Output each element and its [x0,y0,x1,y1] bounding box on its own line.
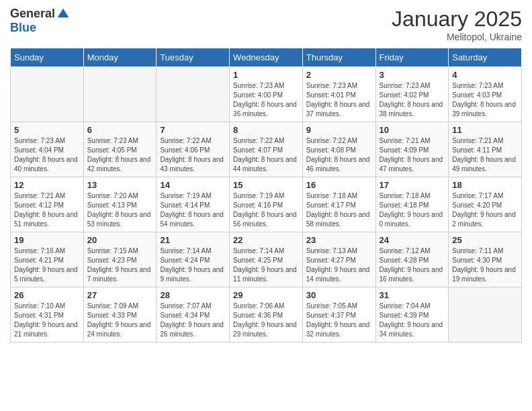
calendar-cell [83,67,157,122]
day-number: 23 [306,235,372,245]
month-title: January 2025 [392,7,522,32]
day-number: 8 [233,125,299,135]
day-number: 20 [87,235,153,245]
day-number: 24 [380,235,445,245]
day-info: Sunrise: 7:15 AM Sunset: 4:23 PM Dayligh… [87,246,153,284]
calendar-cell [449,287,522,342]
svg-marker-0 [58,8,69,17]
day-number: 28 [160,290,226,300]
day-info: Sunrise: 7:18 AM Sunset: 4:18 PM Dayligh… [380,191,445,229]
calendar-cell: 18Sunrise: 7:17 AM Sunset: 4:20 PM Dayli… [449,177,522,232]
day-number: 17 [380,180,445,190]
header-row: SundayMondayTuesdayWednesdayThursdayFrid… [11,48,522,67]
day-info: Sunrise: 7:23 AM Sunset: 4:02 PM Dayligh… [380,81,445,119]
calendar-cell: 20Sunrise: 7:15 AM Sunset: 4:23 PM Dayli… [83,232,157,287]
calendar-cell [157,67,230,122]
day-number: 29 [233,290,299,300]
calendar-cell: 4Sunrise: 7:23 AM Sunset: 4:03 PM Daylig… [449,67,522,122]
day-number: 12 [14,180,80,190]
day-number: 26 [14,290,80,300]
day-info: Sunrise: 7:05 AM Sunset: 4:37 PM Dayligh… [306,302,372,339]
calendar-cell: 14Sunrise: 7:19 AM Sunset: 4:14 PM Dayli… [157,177,230,232]
day-info: Sunrise: 7:19 AM Sunset: 4:14 PM Dayligh… [160,191,226,229]
calendar-cell: 6Sunrise: 7:23 AM Sunset: 4:05 PM Daylig… [83,122,157,177]
day-number: 16 [306,180,372,190]
calendar-cell: 10Sunrise: 7:21 AM Sunset: 4:09 PM Dayli… [375,122,449,177]
day-info: Sunrise: 7:18 AM Sunset: 4:17 PM Dayligh… [306,191,372,229]
day-number: 19 [14,235,80,245]
week-row-4: 19Sunrise: 7:16 AM Sunset: 4:21 PM Dayli… [11,232,522,287]
day-number: 25 [452,235,518,245]
day-info: Sunrise: 7:22 AM Sunset: 4:06 PM Dayligh… [160,136,226,174]
day-info: Sunrise: 7:17 AM Sunset: 4:20 PM Dayligh… [452,191,518,229]
day-info: Sunrise: 7:07 AM Sunset: 4:34 PM Dayligh… [160,302,226,339]
day-number: 10 [380,125,445,135]
day-number: 11 [452,125,518,135]
header-saturday: Saturday [449,48,522,67]
day-info: Sunrise: 7:16 AM Sunset: 4:21 PM Dayligh… [14,246,80,284]
day-number: 4 [452,70,518,80]
day-number: 30 [306,290,372,300]
week-row-1: 1Sunrise: 7:23 AM Sunset: 4:00 PM Daylig… [11,67,522,122]
header-tuesday: Tuesday [157,48,230,67]
calendar-cell: 3Sunrise: 7:23 AM Sunset: 4:02 PM Daylig… [375,67,449,122]
day-info: Sunrise: 7:19 AM Sunset: 4:16 PM Dayligh… [233,191,299,229]
day-info: Sunrise: 7:06 AM Sunset: 4:36 PM Dayligh… [233,302,299,339]
day-info: Sunrise: 7:23 AM Sunset: 4:05 PM Dayligh… [87,136,153,174]
calendar-cell: 8Sunrise: 7:22 AM Sunset: 4:07 PM Daylig… [230,122,303,177]
page-container: General Blue January 2025 Melitopol, Ukr… [0,0,532,349]
day-number: 15 [233,180,299,190]
day-info: Sunrise: 7:22 AM Sunset: 4:08 PM Dayligh… [306,136,372,174]
day-info: Sunrise: 7:21 AM Sunset: 4:12 PM Dayligh… [14,191,80,229]
calendar-cell: 5Sunrise: 7:23 AM Sunset: 4:04 PM Daylig… [11,122,84,177]
calendar-cell: 15Sunrise: 7:19 AM Sunset: 4:16 PM Dayli… [230,177,303,232]
page-header: General Blue January 2025 Melitopol, Ukr… [10,7,522,42]
day-info: Sunrise: 7:23 AM Sunset: 4:03 PM Dayligh… [452,81,518,119]
day-info: Sunrise: 7:09 AM Sunset: 4:33 PM Dayligh… [87,302,153,339]
day-number: 9 [306,125,372,135]
day-info: Sunrise: 7:20 AM Sunset: 4:13 PM Dayligh… [87,191,153,229]
calendar-table: SundayMondayTuesdayWednesdayThursdayFrid… [10,48,522,342]
logo: General Blue [10,7,70,35]
calendar-cell: 9Sunrise: 7:22 AM Sunset: 4:08 PM Daylig… [302,122,375,177]
calendar-cell: 17Sunrise: 7:18 AM Sunset: 4:18 PM Dayli… [375,177,449,232]
day-number: 13 [87,180,153,190]
calendar-cell: 22Sunrise: 7:14 AM Sunset: 4:25 PM Dayli… [230,232,303,287]
calendar-cell: 31Sunrise: 7:04 AM Sunset: 4:39 PM Dayli… [375,287,449,342]
calendar-cell: 21Sunrise: 7:14 AM Sunset: 4:24 PM Dayli… [157,232,230,287]
calendar-cell: 13Sunrise: 7:20 AM Sunset: 4:13 PM Dayli… [83,177,157,232]
calendar-cell: 30Sunrise: 7:05 AM Sunset: 4:37 PM Dayli… [302,287,375,342]
day-info: Sunrise: 7:10 AM Sunset: 4:31 PM Dayligh… [14,302,80,339]
day-number: 14 [160,180,226,190]
header-thursday: Thursday [302,48,375,67]
day-number: 6 [87,125,153,135]
day-number: 7 [160,125,226,135]
week-row-2: 5Sunrise: 7:23 AM Sunset: 4:04 PM Daylig… [11,122,522,177]
day-number: 1 [233,70,299,80]
logo-icon [56,7,70,21]
calendar-cell: 16Sunrise: 7:18 AM Sunset: 4:17 PM Dayli… [302,177,375,232]
day-info: Sunrise: 7:13 AM Sunset: 4:27 PM Dayligh… [306,246,372,284]
calendar-cell: 27Sunrise: 7:09 AM Sunset: 4:33 PM Dayli… [83,287,157,342]
day-info: Sunrise: 7:14 AM Sunset: 4:24 PM Dayligh… [160,246,226,284]
calendar-cell: 7Sunrise: 7:22 AM Sunset: 4:06 PM Daylig… [157,122,230,177]
location: Melitopol, Ukraine [392,32,522,42]
day-info: Sunrise: 7:04 AM Sunset: 4:39 PM Dayligh… [380,302,445,339]
day-number: 5 [14,125,80,135]
day-number: 21 [160,235,226,245]
calendar-cell: 24Sunrise: 7:12 AM Sunset: 4:28 PM Dayli… [375,232,449,287]
calendar-cell: 23Sunrise: 7:13 AM Sunset: 4:27 PM Dayli… [302,232,375,287]
header-wednesday: Wednesday [230,48,303,67]
header-monday: Monday [83,48,157,67]
day-number: 22 [233,235,299,245]
calendar-cell: 1Sunrise: 7:23 AM Sunset: 4:00 PM Daylig… [230,67,303,122]
day-info: Sunrise: 7:23 AM Sunset: 4:00 PM Dayligh… [233,81,299,119]
calendar-cell: 11Sunrise: 7:21 AM Sunset: 4:11 PM Dayli… [449,122,522,177]
day-info: Sunrise: 7:22 AM Sunset: 4:07 PM Dayligh… [233,136,299,174]
day-number: 27 [87,290,153,300]
calendar-cell [11,67,84,122]
week-row-5: 26Sunrise: 7:10 AM Sunset: 4:31 PM Dayli… [11,287,522,342]
header-sunday: Sunday [11,48,84,67]
calendar-cell: 29Sunrise: 7:06 AM Sunset: 4:36 PM Dayli… [230,287,303,342]
logo-blue: Blue [10,21,36,35]
